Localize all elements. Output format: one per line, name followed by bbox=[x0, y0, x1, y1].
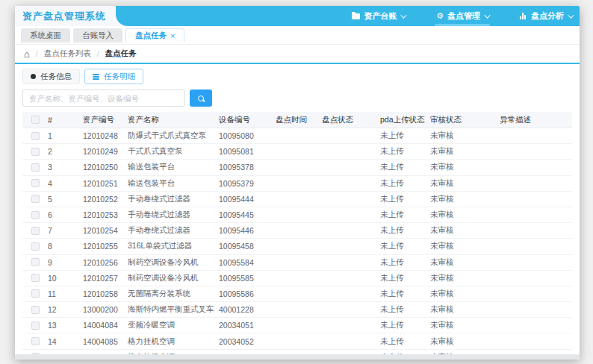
table-row[interactable]: 912010256制药空调设备冷风机10095584未上传未审核 bbox=[22, 255, 572, 271]
close-icon[interactable]: × bbox=[170, 31, 175, 40]
window-tab-0[interactable]: 系统桌面 bbox=[21, 28, 70, 43]
breadcrumb-item-current: 盘点任务 bbox=[105, 48, 136, 59]
row-checkbox[interactable] bbox=[31, 211, 40, 219]
menu-item-label: 盘点管理 bbox=[447, 10, 480, 22]
table-row[interactable]: 1213000200海斯特内燃平衡重式叉车40001228未上传未审核 bbox=[22, 302, 572, 318]
cell-audit_status: 未审核 bbox=[427, 304, 497, 315]
cell-pda_status: 未上传 bbox=[377, 162, 427, 172]
cell-index: 11 bbox=[45, 289, 80, 298]
cell-device_no: 10095584 bbox=[216, 258, 273, 267]
row-checkbox[interactable] bbox=[31, 163, 40, 172]
column-header-3: 设备编号 bbox=[216, 115, 273, 125]
sub-tab-bar: 任务信息 任务明细 bbox=[22, 69, 572, 84]
top-header-bar: 资产盘点管理系统 资产台账⚙盘点管理盘点分析 bbox=[15, 6, 580, 26]
tab-task-info[interactable]: 任务信息 bbox=[22, 69, 80, 84]
breadcrumb-item-task-list[interactable]: 盘点任务列表 bbox=[44, 48, 91, 59]
cell-asset_no: 12010253 bbox=[80, 210, 125, 219]
cell-asset_name: 制药空调设备冷风机 bbox=[125, 257, 216, 268]
select-all-checkbox[interactable] bbox=[31, 116, 40, 124]
row-checkbox[interactable] bbox=[31, 306, 40, 314]
cell-audit_status: 未审核 bbox=[427, 241, 497, 251]
row-checkbox[interactable] bbox=[31, 274, 40, 282]
menu-item-1[interactable]: ⚙盘点管理 bbox=[433, 6, 491, 26]
cell-asset_no: 12010256 bbox=[80, 258, 125, 267]
cell-asset_no: 12010251 bbox=[80, 179, 125, 188]
window-tab-bar: 系统桌面台账导入盘点任务× bbox=[15, 26, 580, 45]
cell-asset_name: 手动卷绕式过滤器 bbox=[125, 194, 216, 204]
window-tab-2[interactable]: 盘点任务× bbox=[125, 28, 184, 43]
table-row[interactable]: 312010250输送包装平台10095378未上传未审核 bbox=[22, 160, 572, 175]
cell-audit_status: 未审核 bbox=[427, 273, 497, 283]
table-row[interactable]: 1012010257制药空调设备冷风机10095585未上传未审核 bbox=[22, 271, 572, 286]
cell-audit_status: 未审核 bbox=[427, 162, 497, 172]
cell-index: 1 bbox=[45, 131, 80, 140]
row-checkbox[interactable] bbox=[31, 179, 40, 187]
cell-asset_no: 12010255 bbox=[80, 242, 125, 251]
cell-pda_status: 未上传 bbox=[377, 289, 427, 299]
cell-audit_status: 未审核 bbox=[427, 257, 497, 268]
cell-device_no: 10095586 bbox=[216, 289, 273, 298]
cell-asset_name: 干式爪式真空泵 bbox=[125, 146, 216, 157]
cell-device_no: 10095378 bbox=[216, 163, 273, 172]
breadcrumb-separator: / bbox=[97, 50, 99, 58]
table-row[interactable]: 412010251输送包装平台10095379未上传未审核 bbox=[22, 176, 572, 192]
menu-item-2[interactable]: 盘点分析 bbox=[517, 6, 575, 26]
table-row[interactable]: 612010253手动卷绕式过滤器10095445未上传未审核 bbox=[22, 207, 572, 223]
table-row[interactable]: 1414004085格力挂机空调20034052未上传未审核 bbox=[22, 333, 572, 349]
cell-device_no: 10095458 bbox=[216, 242, 273, 251]
table-row[interactable]: 512010252手动卷绕式过滤器10095444未上传未审核 bbox=[22, 192, 572, 207]
cell-index: 3 bbox=[45, 163, 80, 172]
column-header-4: 盘点时间 bbox=[273, 115, 319, 125]
search-button[interactable] bbox=[190, 90, 212, 107]
cell-asset_no: 12010257 bbox=[80, 274, 125, 283]
column-header-0: # bbox=[45, 116, 80, 125]
cell-audit_status: 未审核 bbox=[427, 131, 497, 141]
gear-icon: ⚙ bbox=[436, 12, 444, 20]
cell-index: 14 bbox=[45, 337, 80, 346]
cell-audit_status: 未审核 bbox=[427, 289, 497, 299]
table-row[interactable]: 212010249干式爪式真空泵10095081未上传未审核 bbox=[22, 144, 572, 160]
tab-task-detail[interactable]: 任务明细 bbox=[84, 69, 143, 84]
cell-pda_status: 未上传 bbox=[377, 241, 427, 251]
row-checkbox[interactable] bbox=[31, 148, 40, 156]
row-checkbox[interactable] bbox=[31, 195, 40, 203]
search-bar bbox=[22, 90, 572, 107]
app-title-area: 资产盘点管理系统 bbox=[15, 6, 116, 26]
row-checkbox[interactable] bbox=[31, 321, 40, 330]
row-checkbox[interactable] bbox=[31, 227, 40, 235]
table-row[interactable]: 1112010258无菌隔离分装系统10095586未上传未审核 bbox=[22, 286, 572, 302]
home-icon[interactable]: ⌂ bbox=[24, 49, 30, 59]
column-header-2: 资产名称 bbox=[125, 115, 216, 125]
search-input[interactable] bbox=[22, 90, 185, 107]
cell-audit_status: 未审核 bbox=[427, 210, 497, 220]
column-header-8: 异常描述 bbox=[497, 115, 572, 125]
row-checkbox[interactable] bbox=[31, 242, 40, 251]
cell-index: 9 bbox=[45, 258, 80, 267]
cell-pda_status: 未上传 bbox=[377, 273, 427, 283]
content-area: 任务信息 任务明细 #资产编号资产名称设备编号盘点时间盘点状态pda上传状态审核… bbox=[15, 64, 580, 354]
window-tab-1[interactable]: 台账导入 bbox=[73, 28, 122, 43]
cell-device_no: 20034052 bbox=[216, 337, 273, 346]
table-row[interactable]: 1314004084变频冷暖空调20034051未上传未审核 bbox=[22, 318, 572, 333]
menu-item-0[interactable]: 资产台账 bbox=[349, 6, 408, 26]
table-row[interactable]: 112010248防爆式干式爪式真空泵10095080未上传未审核 bbox=[22, 128, 572, 144]
app-window: 资产盘点管理系统 资产台账⚙盘点管理盘点分析 系统桌面台账导入盘点任务× ⌂ /… bbox=[15, 6, 580, 360]
row-checkbox[interactable] bbox=[31, 132, 40, 140]
window-tab-label: 系统桌面 bbox=[30, 31, 61, 41]
table-row[interactable]: 712010254手动卷绕式过滤器10095446未上传未审核 bbox=[22, 223, 572, 239]
column-header-6: pda上传状态 bbox=[377, 115, 427, 125]
table-row[interactable]: 812010255316L单袋式过滤器10095458未上传未审核 bbox=[22, 239, 572, 254]
bottom-scrollbar-track[interactable] bbox=[15, 354, 580, 360]
chart-icon bbox=[520, 13, 527, 19]
column-header-5: 盘点状态 bbox=[319, 115, 377, 125]
breadcrumb-separator: / bbox=[36, 50, 38, 58]
chevron-down-icon bbox=[400, 12, 406, 18]
cell-pda_status: 未上传 bbox=[377, 178, 427, 189]
cell-asset_name: 输送包装平台 bbox=[125, 178, 216, 189]
row-checkbox[interactable] bbox=[31, 289, 40, 298]
cell-index: 12 bbox=[45, 305, 80, 314]
cell-device_no: 10095444 bbox=[216, 195, 273, 204]
row-checkbox[interactable] bbox=[31, 258, 40, 266]
row-checkbox[interactable] bbox=[31, 337, 40, 345]
cell-asset_no: 12010249 bbox=[80, 147, 125, 156]
